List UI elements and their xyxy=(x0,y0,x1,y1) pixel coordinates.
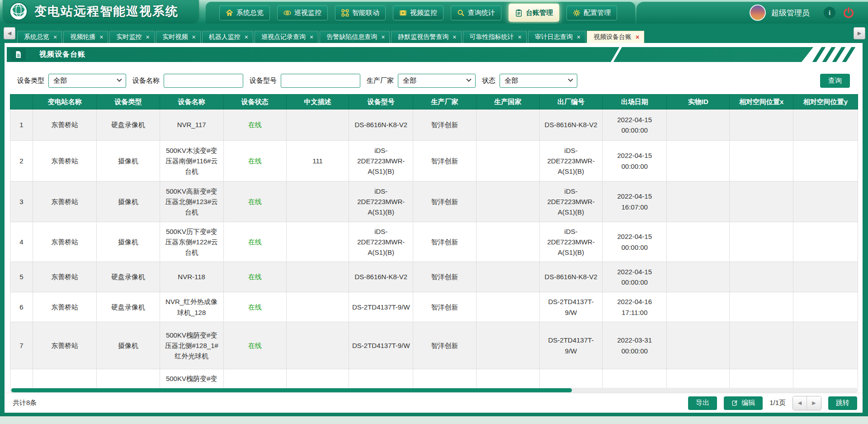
nav-patrol-monitor-button[interactable]: 巡视监控 xyxy=(277,5,328,20)
table-row[interactable]: 3东善桥站摄像机500KV高新变#变压器北侧#123#云台机在线iDS-2DE7… xyxy=(10,181,858,222)
table-cell: 2022-04-15 16:07:00 xyxy=(603,181,667,222)
table-row[interactable]: 7东善桥站摄像机500KV槐荫变#变压器北侧#128_1#红外光球机在线DS-2… xyxy=(10,322,858,369)
close-icon[interactable]: × xyxy=(99,34,103,40)
table-row[interactable]: 5东善桥站硬盘录像机NVR-118在线DS-8616N-K8-V2智洋创新DS-… xyxy=(10,262,858,292)
table-cell: 3 xyxy=(10,181,33,222)
table-cell xyxy=(476,262,539,292)
table-cell: DS-2TD4137T-9/W xyxy=(349,322,413,369)
table-cell xyxy=(476,181,539,222)
table-row[interactable]: 4东善桥站摄像机500KV历下变#变压器东侧#122#云台机在线iDS-2DE7… xyxy=(10,222,858,262)
tab-实时视频[interactable]: 实时视频× xyxy=(156,31,201,43)
table-cell: 东善桥站 xyxy=(33,292,97,322)
footer-bar: 共计8条 导出 编辑 1/1页 ◀ ▶ 跳转 xyxy=(5,393,863,413)
nav-ledger-manage-button[interactable]: 台账管理 xyxy=(509,4,559,22)
horizontal-scrollbar[interactable] xyxy=(10,388,858,393)
tab-list: 系统总览×视频轮播×实时监控×实时视频×机器人监控×巡视点记录查询×告警缺陷信息… xyxy=(17,24,851,43)
column-header: 设备类型 xyxy=(97,95,160,110)
tab-实时监控[interactable]: 实时监控× xyxy=(109,31,154,43)
table-row[interactable]: 2东善桥站摄像机500KV木渎变#变压器南侧#116#云台机在线111iDS-2… xyxy=(10,141,858,181)
tab-视频轮播[interactable]: 视频轮播× xyxy=(63,31,108,43)
table-cell xyxy=(603,369,667,388)
close-icon[interactable]: × xyxy=(53,34,57,40)
nav-video-monitor-button[interactable]: 视频监控 xyxy=(393,5,443,20)
nav-query-stats-button[interactable]: 查询统计 xyxy=(451,5,501,20)
filter-label: 状态 xyxy=(482,76,495,85)
manufacturer-select[interactable]: 全部 xyxy=(398,74,476,88)
device-table: 变电站名称设备类型设备名称设备状态中文描述设备型号生产厂家生产国家出厂编号出场日… xyxy=(10,94,858,388)
close-icon[interactable]: × xyxy=(453,34,456,40)
page-title-bar: 视频设备台账 xyxy=(7,47,860,62)
chevron-down-icon xyxy=(117,77,122,82)
tab-视频设备台账[interactable]: 视频设备台账× xyxy=(587,31,644,43)
close-icon[interactable]: × xyxy=(381,34,385,40)
table-cell xyxy=(793,222,858,262)
device-model-input[interactable] xyxy=(281,74,360,88)
tab-scroll-right-icon[interactable]: ▶ xyxy=(854,27,865,39)
table-cell: 摄像机 xyxy=(97,141,160,181)
tab-巡视点记录查询[interactable]: 巡视点记录查询× xyxy=(255,31,318,43)
tab-scroll-left-icon[interactable]: ◀ xyxy=(4,27,15,39)
table-row[interactable]: 500KV槐荫变#变 xyxy=(10,369,858,388)
power-icon[interactable] xyxy=(843,7,854,19)
search-button[interactable]: 查询 xyxy=(820,74,850,88)
table-cell: 2022-04-15 00:00:00 xyxy=(603,110,667,141)
prev-page-button[interactable]: ◀ xyxy=(793,396,807,410)
close-icon[interactable]: × xyxy=(636,34,639,40)
status-select[interactable]: 全部 xyxy=(500,74,577,88)
table-cell xyxy=(667,322,730,369)
close-icon[interactable]: × xyxy=(245,34,248,40)
table-cell xyxy=(286,262,349,292)
user-area: 超级管理员 i xyxy=(637,2,868,24)
nodes-icon xyxy=(341,9,349,17)
table-cell: iDS-2DE7223MWR-A(S1)(B) xyxy=(349,141,413,181)
table-cell: 东善桥站 xyxy=(33,322,97,369)
close-icon[interactable]: × xyxy=(146,34,149,40)
close-icon[interactable]: × xyxy=(577,34,580,40)
tab-label: 实时监控 xyxy=(116,33,142,41)
table-cell xyxy=(793,141,858,181)
table-cell: 硬盘录像机 xyxy=(97,292,160,322)
filter-status: 状态全部 xyxy=(482,74,577,88)
edit-icon xyxy=(731,400,738,406)
tab-告警缺陷信息查询[interactable]: 告警缺陷信息查询× xyxy=(320,31,390,43)
table-cell: 2022-03-31 00:00:00 xyxy=(603,322,667,369)
table-cell xyxy=(793,322,858,369)
nav-overview-button[interactable]: 系统总览 xyxy=(219,5,270,20)
device-name-input[interactable] xyxy=(164,74,243,88)
next-page-button[interactable]: ▶ xyxy=(807,396,821,410)
export-button[interactable]: 导出 xyxy=(688,396,717,410)
table-cell: 2 xyxy=(10,141,33,181)
filter-label: 设备名称 xyxy=(132,76,160,85)
table-cell xyxy=(793,262,858,292)
avatar[interactable] xyxy=(750,5,766,21)
table-row[interactable]: 6东善桥站硬盘录像机NVR_红外热成像球机_128在线DS-2TD4137T-9… xyxy=(10,292,858,322)
nav-config-manage-button[interactable]: 配置管理 xyxy=(566,5,617,20)
tab-静默监视告警查询[interactable]: 静默监视告警查询× xyxy=(391,31,461,43)
tab-label: 系统总览 xyxy=(24,33,49,41)
horizontal-scrollbar-thumb[interactable] xyxy=(11,388,572,392)
table-cell xyxy=(476,322,539,369)
table-cell: 2022-04-15 00:00:00 xyxy=(603,222,667,262)
table-cell: 7 xyxy=(10,322,33,369)
table-cell xyxy=(476,141,539,181)
document-icon xyxy=(10,48,26,61)
table-cell xyxy=(286,369,349,388)
table-row[interactable]: 1东善桥站硬盘录像机NVR_117在线DS-8616N-K8-V2智洋创新DS-… xyxy=(10,110,858,141)
device-type-select[interactable]: 全部 xyxy=(48,74,126,88)
table-cell xyxy=(730,110,793,141)
close-icon[interactable]: × xyxy=(310,34,313,40)
tab-机器人监控[interactable]: 机器人监控× xyxy=(202,31,253,43)
table-cell xyxy=(97,369,160,388)
jump-button[interactable]: 跳转 xyxy=(828,396,857,410)
close-icon[interactable]: × xyxy=(192,34,196,40)
edit-button[interactable]: 编辑 xyxy=(724,396,763,410)
close-icon[interactable]: × xyxy=(518,34,522,40)
table-cell: DS-2TD4137T-9/W xyxy=(539,292,602,322)
tab-系统总览[interactable]: 系统总览× xyxy=(17,31,62,43)
tab-审计日志查询[interactable]: 审计日志查询× xyxy=(528,31,585,43)
nav-smart-linkage-button[interactable]: 智能联动 xyxy=(335,5,386,20)
main-nav: 系统总览巡视监控智能联动视频监控查询统计台账管理配置管理 xyxy=(206,2,635,24)
tab-可靠性指标统计[interactable]: 可靠性指标统计× xyxy=(463,31,527,43)
table-cell: 在线 xyxy=(223,141,286,181)
info-icon[interactable]: i xyxy=(824,7,835,19)
